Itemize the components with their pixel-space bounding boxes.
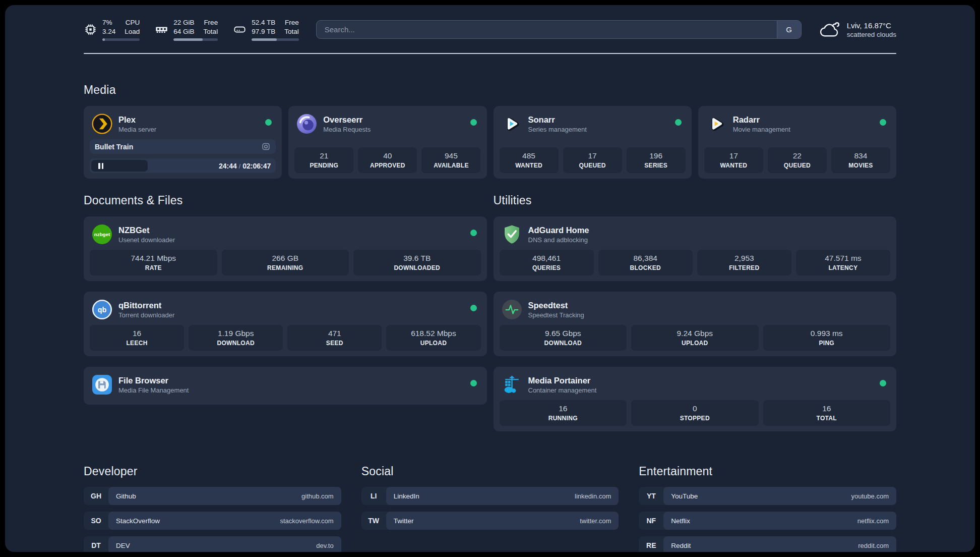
bookmark-abbr: LI xyxy=(361,487,386,505)
service-card-speedtest[interactable]: SpeedtestSpeedtest Tracking9.65 GbpsDOWN… xyxy=(494,292,897,356)
bookmark-name: Twitter xyxy=(394,517,580,525)
cloud-icon xyxy=(819,21,841,39)
service-card-titles: SpeedtestSpeedtest Tracking xyxy=(528,301,584,319)
stat-label: PING xyxy=(765,340,889,347)
stat-series: 196SERIES xyxy=(627,147,686,173)
metric-value-column: 7%3.24 xyxy=(102,18,115,36)
service-card-portainer[interactable]: Media PortainerContainer management16RUN… xyxy=(494,367,897,431)
stat-downloaded: 39.6 TBDOWNLOADED xyxy=(353,250,481,275)
service-card-header: RadarrMovie management xyxy=(704,112,890,138)
bookmark-section-title: Social xyxy=(361,465,619,478)
service-card-header: SonarrSeries management xyxy=(500,112,686,138)
metric-progress-bar xyxy=(173,38,218,41)
stat-value: 17 xyxy=(706,151,761,160)
service-card-header: OverseerrMedia Requests xyxy=(294,112,480,138)
service-card-nzbget[interactable]: nzbgetNZBGetUsenet downloader744.21 Mbps… xyxy=(84,216,487,281)
filebrowser-icon xyxy=(92,374,112,395)
bookmark-stackoverflow[interactable]: SOStackOverflowstackoverflow.com xyxy=(84,512,341,530)
service-title: AdGuard Home xyxy=(528,226,589,235)
bookmark-name: YouTube xyxy=(671,492,851,500)
bookmark-abbr: NF xyxy=(639,512,663,530)
stat-value: 47.571 ms xyxy=(798,254,888,263)
section-title-media: Media xyxy=(84,83,896,97)
bookmark-abbr: TW xyxy=(361,512,386,530)
metric-values: 22 GiB64 GiBFreeTotal xyxy=(173,18,218,36)
service-subtitle: Series management xyxy=(528,126,587,133)
service-stats: 498,461QUERIES86,384BLOCKED2,953FILTERED… xyxy=(500,250,891,275)
service-card-qbittorrent[interactable]: qbqBittorrentTorrent downloader16LEECH1.… xyxy=(84,292,487,356)
search-engine-button[interactable]: G xyxy=(777,21,801,38)
service-title: Overseerr xyxy=(323,115,371,125)
stat-queries: 498,461QUERIES xyxy=(500,250,594,275)
stat-label: AVAILABLE xyxy=(423,162,478,169)
stat-stopped: 0STOPPED xyxy=(631,400,759,426)
service-card-titles: NZBGetUsenet downloader xyxy=(118,226,175,244)
stat-value: 196 xyxy=(629,151,684,160)
bookmark-sections: DeveloperGHGithubgithub.comSOStackOverfl… xyxy=(84,465,896,552)
stat-remaining: 266 GBREMAINING xyxy=(222,250,349,275)
nzbget-icon: nzbget xyxy=(92,224,112,245)
stat-value: 39.6 TB xyxy=(355,254,479,263)
bookmark-main: Githubgithub.com xyxy=(108,487,341,505)
bookmark-url: stackoverflow.com xyxy=(280,517,333,525)
service-card-plex[interactable]: PlexMedia serverBullet Train24:44/02:06:… xyxy=(84,106,282,179)
service-card-radarr[interactable]: RadarrMovie management17WANTED22QUEUED83… xyxy=(698,106,896,179)
bookmark-netflix[interactable]: NFNetflixnetflix.com xyxy=(639,512,896,530)
service-card-header: SpeedtestSpeedtest Tracking xyxy=(500,297,891,324)
service-subtitle: Container management xyxy=(528,386,597,394)
service-card-filebrowser[interactable]: File BrowserMedia File Management xyxy=(84,367,487,405)
service-stats: 744.21 MbpsRATE266 GBREMAINING39.6 TBDOW… xyxy=(90,250,481,275)
now-playing-bar[interactable]: Bullet Train xyxy=(90,139,276,154)
stat-value: 485 xyxy=(502,151,557,160)
stat-label: REMAINING xyxy=(224,264,347,271)
bookmark-url: dev.to xyxy=(316,542,333,549)
search-bar[interactable]: G xyxy=(316,20,802,39)
stat-value: 9.65 Gbps xyxy=(502,329,625,338)
stat-label: LEECH xyxy=(92,340,182,347)
service-title: Plex xyxy=(118,115,156,125)
system-metric-disk: 52.4 TB97.9 TBFreeTotal xyxy=(233,18,299,41)
bookmark-reddit[interactable]: RERedditreddit.com xyxy=(639,536,896,552)
pause-icon[interactable] xyxy=(98,163,103,169)
camera-icon[interactable] xyxy=(261,142,271,151)
adguard-icon xyxy=(502,224,522,245)
bookmark-name: Github xyxy=(116,492,301,500)
bookmark-url: linkedin.com xyxy=(575,492,611,500)
metric-values: 52.4 TB97.9 TBFreeTotal xyxy=(252,18,299,36)
bookmark-youtube[interactable]: YTYouTubeyoutube.com xyxy=(639,487,896,505)
stat-total: 16TOTAL xyxy=(763,400,891,426)
service-card-overseerr[interactable]: OverseerrMedia Requests21PENDING40APPROV… xyxy=(288,106,486,179)
stat-latency: 47.571 msLATENCY xyxy=(796,250,890,275)
bookmark-url: youtube.com xyxy=(851,492,889,500)
stat-label: WANTED xyxy=(706,162,761,169)
bookmark-twitter[interactable]: TWTwittertwitter.com xyxy=(361,512,619,530)
service-card-sonarr[interactable]: SonarrSeries management485WANTED17QUEUED… xyxy=(494,106,692,179)
stat-value: 17 xyxy=(565,151,620,160)
bookmark-abbr: DT xyxy=(84,536,108,552)
stat-filtered: 2,953FILTERED xyxy=(697,250,791,275)
bookmark-github[interactable]: GHGithubgithub.com xyxy=(84,487,341,505)
bookmark-linkedin[interactable]: LILinkedInlinkedin.com xyxy=(361,487,619,505)
stat-value: 498,461 xyxy=(502,254,592,263)
service-subtitle: Media server xyxy=(118,126,156,133)
service-card-adguard[interactable]: AdGuard HomeDNS and adblocking498,461QUE… xyxy=(494,216,897,281)
status-dot-online xyxy=(470,230,477,236)
weather-widget: Lviv, 16.87°C scattered clouds xyxy=(819,21,896,39)
bookmark-main: StackOverflowstackoverflow.com xyxy=(108,512,341,530)
plex-icon xyxy=(92,114,112,134)
service-title: qBittorrent xyxy=(118,301,174,310)
stat-label: APPROVED xyxy=(360,162,415,169)
player-progress-bar[interactable]: 24:44/02:06:47 xyxy=(90,158,276,173)
service-stats: 16LEECH1.19 GbpsDOWNLOAD471SEED618.52 Mb… xyxy=(90,325,481,351)
service-subtitle: Torrent downloader xyxy=(118,311,174,319)
search-input[interactable] xyxy=(317,21,777,38)
header: 7%3.24CPULoad22 GiB64 GiBFreeTotal52.4 T… xyxy=(84,18,896,41)
bookmark-dev[interactable]: DTDEVdev.to xyxy=(84,536,341,552)
bookmark-main: YouTubeyoutube.com xyxy=(663,487,896,505)
ram-icon xyxy=(155,23,168,36)
stat-label: RATE xyxy=(92,264,215,271)
bookmark-section-social: SocialLILinkedInlinkedin.comTWTwittertwi… xyxy=(361,465,619,552)
system-metrics: 7%3.24CPULoad22 GiB64 GiBFreeTotal52.4 T… xyxy=(84,18,299,41)
stat-value: 16 xyxy=(92,329,182,338)
bookmark-main: Netflixnetflix.com xyxy=(663,512,896,530)
